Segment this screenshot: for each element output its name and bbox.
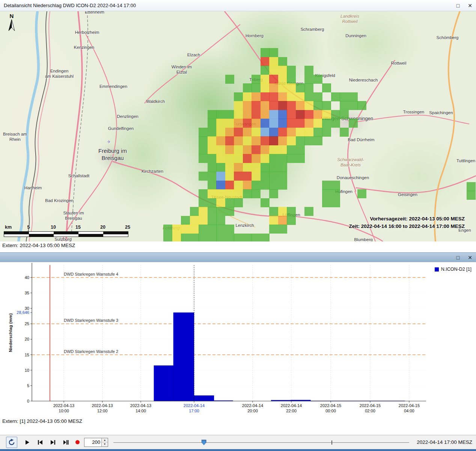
precip-cell bbox=[163, 225, 172, 234]
spinner-down-button[interactable]: ▼ bbox=[102, 442, 108, 446]
precip-cell bbox=[269, 172, 278, 181]
precip-cell bbox=[261, 48, 270, 57]
play-to-end-icon bbox=[63, 439, 69, 445]
map-view[interactable]: EttenheimHerbolzheimKenzingenEndingen am… bbox=[0, 11, 476, 241]
precip-cell bbox=[261, 128, 270, 137]
precip-cell bbox=[269, 101, 278, 110]
x-tick-date: 2022-04-13 bbox=[53, 403, 74, 408]
precip-cell bbox=[172, 234, 181, 242]
precip-cell bbox=[181, 216, 190, 225]
precip-cell bbox=[252, 154, 261, 163]
precip-cell bbox=[278, 119, 287, 128]
precip-cell bbox=[261, 136, 270, 145]
precip-cell bbox=[296, 119, 305, 128]
precip-cell bbox=[287, 83, 296, 92]
precip-cell bbox=[252, 101, 261, 110]
slider-track[interactable] bbox=[113, 442, 409, 443]
precip-cell bbox=[278, 163, 287, 172]
precip-cell bbox=[287, 119, 296, 128]
play-button[interactable] bbox=[23, 438, 32, 446]
precip-cell bbox=[243, 110, 252, 119]
precip-cell bbox=[208, 163, 217, 172]
precip-cell bbox=[216, 145, 225, 154]
precip-cell bbox=[313, 119, 322, 128]
precip-cell bbox=[199, 189, 208, 198]
precip-cell bbox=[322, 101, 331, 110]
record-indicator[interactable] bbox=[75, 440, 80, 444]
precip-cell bbox=[287, 92, 296, 101]
precip-cell bbox=[261, 198, 270, 207]
map-window-titlebar[interactable]: Detailansicht Niederschlag DWD ICON-D2 2… bbox=[0, 0, 476, 11]
north-arrow: N bbox=[5, 13, 18, 32]
precip-cell bbox=[322, 110, 331, 119]
precip-cell bbox=[225, 172, 234, 181]
precip-cell bbox=[216, 172, 225, 181]
precip-cell bbox=[225, 207, 234, 216]
precip-cell bbox=[225, 154, 234, 163]
precip-cell bbox=[261, 66, 270, 75]
time-slider[interactable] bbox=[113, 439, 409, 446]
precip-cell bbox=[225, 198, 234, 207]
precip-cell bbox=[252, 128, 261, 137]
precip-cell bbox=[340, 110, 349, 119]
precip-cell bbox=[304, 101, 313, 110]
skip-to-start-button[interactable] bbox=[36, 438, 44, 446]
precip-cell bbox=[243, 145, 252, 154]
precip-cell bbox=[234, 198, 243, 207]
precip-cell bbox=[190, 207, 199, 216]
close-icon[interactable]: ✕ bbox=[468, 3, 472, 9]
precip-cell bbox=[199, 154, 208, 163]
window-bottom-edge bbox=[0, 449, 476, 451]
precip-cell bbox=[216, 189, 225, 198]
precip-cell bbox=[216, 110, 225, 119]
precip-cell bbox=[296, 128, 305, 137]
precip-cell bbox=[243, 136, 252, 145]
precip-cell bbox=[252, 172, 261, 181]
valid-time-line: Zeit: 2022-04-14 16:00 to 2022-04-14 17:… bbox=[349, 223, 465, 230]
precip-cell bbox=[278, 145, 287, 154]
precip-cell bbox=[234, 136, 243, 145]
loop-button[interactable] bbox=[6, 437, 17, 448]
precip-cell bbox=[225, 234, 234, 242]
forecast-annotation: Vorhersagezeit: 2022-04-13 05:00 MESZ Ze… bbox=[349, 215, 465, 230]
precip-cell bbox=[296, 101, 305, 110]
precip-cell bbox=[252, 145, 261, 154]
precipitation-chart[interactable]: 05101520253035402022-04-1310:002022-04-1… bbox=[0, 262, 476, 417]
precip-cell bbox=[252, 163, 261, 172]
precip-cell bbox=[216, 181, 225, 190]
precip-cell bbox=[269, 189, 278, 198]
chart-window-titlebar[interactable]: □ ✕ bbox=[0, 252, 476, 262]
maximize-icon[interactable]: □ bbox=[456, 3, 459, 9]
skip-to-start-icon bbox=[37, 439, 43, 445]
precip-cell bbox=[199, 136, 208, 145]
precip-cell bbox=[287, 207, 296, 216]
close-icon[interactable]: ✕ bbox=[468, 255, 472, 261]
slider-handle[interactable] bbox=[202, 440, 206, 445]
precip-cell bbox=[349, 101, 358, 110]
precip-cell bbox=[322, 189, 331, 198]
precip-cell bbox=[278, 66, 287, 75]
precip-cell bbox=[349, 92, 358, 101]
precip-cell bbox=[278, 207, 287, 216]
precip-cell bbox=[287, 66, 296, 75]
precip-cell bbox=[190, 216, 199, 225]
precip-cell bbox=[278, 216, 287, 225]
precip-cell bbox=[252, 189, 261, 198]
x-tick-date: 2022-04-15 bbox=[399, 403, 420, 408]
precip-cell bbox=[296, 110, 305, 119]
play-to-end-button[interactable] bbox=[62, 438, 70, 446]
precip-cell bbox=[216, 207, 225, 216]
maximize-icon[interactable]: □ bbox=[456, 255, 459, 261]
precip-cell bbox=[208, 189, 217, 198]
skip-to-end-button[interactable] bbox=[49, 438, 57, 446]
precip-cell bbox=[278, 225, 287, 234]
precip-cell bbox=[163, 234, 172, 242]
precip-cell bbox=[243, 92, 252, 101]
y-tick-label: 15 bbox=[25, 353, 29, 357]
precip-cell bbox=[269, 154, 278, 163]
frame-count-input[interactable] bbox=[84, 438, 101, 446]
precip-cell bbox=[181, 225, 190, 234]
precip-cell bbox=[269, 66, 278, 75]
precip-cell bbox=[252, 75, 261, 84]
spinner-up-button[interactable]: ▲ bbox=[102, 438, 108, 442]
